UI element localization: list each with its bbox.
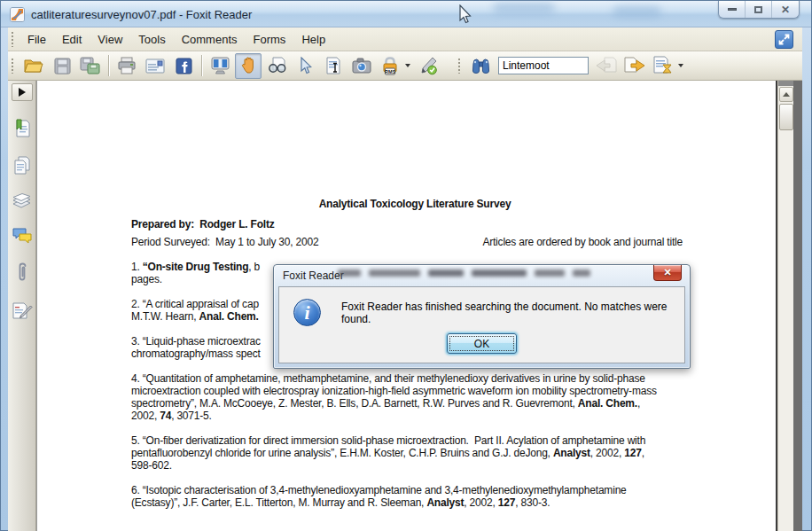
dialog-title-bar[interactable]: Foxit Reader ✕ (274, 265, 690, 286)
close-icon: ✕ (781, 4, 790, 15)
minimize-button[interactable] (719, 1, 746, 18)
ok-button[interactable]: OK (447, 333, 517, 354)
bookmarks-icon (12, 119, 32, 138)
save-as-button[interactable] (77, 53, 104, 79)
menu-edit[interactable]: Edit (54, 29, 90, 50)
select-tool-button[interactable] (292, 53, 318, 79)
window-title: catliteraturesurveynov07.pdf - Foxit Rea… (31, 8, 252, 21)
paperclip-icon (14, 262, 30, 284)
document-period: Period Surveyed: May 1 to July 30, 2002 (131, 236, 318, 248)
menu-view[interactable]: View (90, 29, 130, 50)
find-previous-icon (596, 57, 617, 74)
document-prepared-by: Prepared by: Rodger L. Foltz (131, 218, 727, 230)
menu-help[interactable]: Help (293, 29, 333, 50)
find-next-icon (624, 57, 645, 74)
open-button[interactable] (20, 53, 47, 79)
close-button[interactable]: ✕ (772, 1, 799, 18)
comments-icon (12, 227, 33, 245)
forms-tab[interactable] (12, 301, 33, 321)
search-input[interactable] (498, 57, 589, 74)
print-icon (117, 57, 137, 74)
print-button[interactable] (113, 53, 140, 79)
sign-pen-icon (418, 57, 438, 75)
rms-lock-icon: RMS (381, 57, 399, 75)
toolbar-drag-handle[interactable] (11, 58, 14, 74)
menu-tools[interactable]: Tools (130, 29, 173, 50)
dialog-close-button[interactable]: ✕ (653, 265, 682, 281)
dialog-message: Foxit Reader has finished searching the … (341, 301, 674, 325)
dialog-title: Foxit Reader (283, 269, 344, 282)
maximize-icon (754, 6, 762, 13)
facebook-icon (176, 58, 192, 74)
find-toolbar-drag-handle[interactable] (457, 58, 461, 74)
dialog-body: i Foxit Reader has finished searching th… (278, 286, 685, 363)
document-period-row: Period Surveyed: May 1 to July 30, 2002 … (131, 236, 699, 248)
navigation-panel (8, 81, 36, 531)
vertical-scrollbar[interactable] (777, 81, 793, 531)
expand-toolbars-icon[interactable] (775, 30, 793, 49)
panel-expand-button[interactable] (12, 83, 33, 101)
maximize-button[interactable] (746, 1, 772, 18)
loupe-tool-button[interactable] (263, 53, 290, 79)
title-bar[interactable]: catliteraturesurveynov07.pdf - Foxit Rea… (1, 1, 811, 27)
foxit-message-dialog: Foxit Reader ✕ i Foxit Reader has finish… (273, 264, 691, 369)
binoculars-icon (471, 58, 491, 74)
toolbar-separator (201, 55, 202, 76)
rms-dropdown-caret[interactable] (405, 64, 410, 67)
expand-triangle-icon (19, 88, 26, 97)
bookmarks-tab[interactable] (12, 119, 32, 138)
find-previous-button[interactable] (593, 53, 620, 79)
attachments-tab[interactable] (14, 262, 30, 284)
open-folder-icon (24, 58, 43, 74)
select-arrow-icon (299, 57, 312, 75)
document-order-note: Articles are ordered by book and journal… (482, 236, 683, 248)
layers-tab[interactable] (12, 193, 32, 209)
find-next-button[interactable] (621, 53, 648, 79)
sign-button[interactable] (415, 53, 441, 79)
glass-smudge (493, 3, 555, 13)
save-icon (54, 58, 71, 74)
facebook-button[interactable] (170, 53, 197, 79)
menu-forms[interactable]: Forms (246, 29, 294, 50)
fullscreen-monitor-icon (210, 57, 230, 74)
text-select-button[interactable] (320, 53, 347, 79)
hand-tool-button[interactable] (235, 53, 262, 79)
comments-tab[interactable] (12, 227, 33, 245)
save-button[interactable] (49, 53, 75, 79)
window-controls: ✕ (718, 1, 800, 19)
rms-protect-button[interactable]: RMS (377, 53, 403, 79)
menu-comments[interactable]: Comments (174, 29, 246, 50)
layers-icon (12, 193, 32, 209)
document-paragraph: 5. “On-fiber derivatization for direct i… (131, 434, 727, 472)
menu-file[interactable]: File (20, 29, 54, 50)
loupe-glasses-icon (267, 57, 287, 74)
scroll-up-icon (783, 92, 790, 97)
foxit-reader-window: catliteraturesurveynov07.pdf - Foxit Rea… (0, 0, 812, 531)
glass-smudge (613, 6, 661, 17)
search-document-button[interactable] (650, 53, 676, 79)
minimize-icon (728, 8, 737, 11)
snapshot-camera-icon (352, 58, 371, 74)
fullscreen-button[interactable] (207, 53, 233, 79)
pages-tab[interactable] (12, 156, 32, 176)
menu-drag-handle[interactable] (11, 31, 14, 47)
menu-bar: FileEditViewToolsCommentsFormsHelp (8, 27, 802, 51)
email-button[interactable] (142, 53, 168, 79)
document-paragraph: 4. “Quantitation of amphetamine, methamp… (131, 372, 727, 422)
scrollbar-thumb[interactable] (779, 104, 793, 130)
toolbar-separator (108, 55, 109, 76)
search-dropdown-caret[interactable] (678, 64, 683, 67)
scroll-up-button[interactable] (779, 87, 793, 102)
document-paragraph: 6. “Isotopic characterisation of 3,4-met… (131, 484, 727, 509)
hand-tool-icon (240, 57, 257, 75)
search-document-icon (652, 56, 674, 75)
info-icon: i (293, 299, 321, 326)
text-select-icon (325, 57, 342, 75)
email-icon (145, 59, 165, 74)
find-button[interactable] (467, 53, 494, 79)
mouse-cursor (458, 4, 472, 26)
snapshot-button[interactable] (348, 53, 375, 79)
svg-text:RMS: RMS (385, 68, 395, 74)
foxit-app-icon (10, 7, 25, 22)
pages-icon (12, 156, 32, 176)
